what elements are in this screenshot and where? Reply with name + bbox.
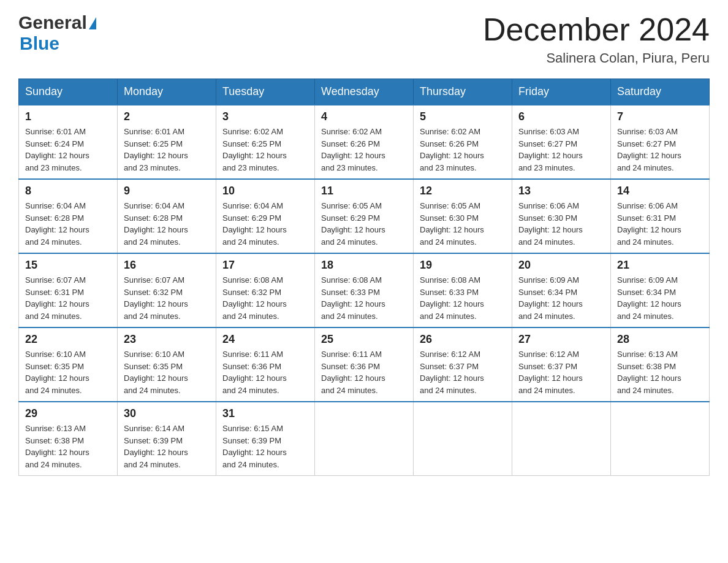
day-of-week-header: Monday bbox=[118, 79, 216, 105]
calendar-day-cell: 18 Sunrise: 6:08 AM Sunset: 6:33 PM Dayl… bbox=[315, 253, 414, 327]
day-number: 13 bbox=[518, 185, 604, 197]
day-of-week-header: Thursday bbox=[414, 79, 512, 105]
calendar-week-row: 22 Sunrise: 6:10 AM Sunset: 6:35 PM Dayl… bbox=[19, 327, 710, 402]
day-info: Sunrise: 6:04 AM Sunset: 6:28 PM Dayligh… bbox=[25, 200, 111, 248]
day-number: 10 bbox=[222, 185, 308, 197]
day-info: Sunrise: 6:01 AM Sunset: 6:24 PM Dayligh… bbox=[25, 126, 111, 174]
day-number: 14 bbox=[617, 185, 703, 197]
calendar-day-cell: 8 Sunrise: 6:04 AM Sunset: 6:28 PM Dayli… bbox=[19, 179, 118, 253]
calendar-day-cell: 19 Sunrise: 6:08 AM Sunset: 6:33 PM Dayl… bbox=[414, 253, 512, 327]
day-number: 27 bbox=[518, 333, 604, 346]
day-number: 1 bbox=[25, 110, 111, 123]
day-info: Sunrise: 6:08 AM Sunset: 6:33 PM Dayligh… bbox=[420, 274, 506, 322]
calendar-day-cell: 16 Sunrise: 6:07 AM Sunset: 6:32 PM Dayl… bbox=[118, 253, 216, 327]
calendar-day-cell: 12 Sunrise: 6:05 AM Sunset: 6:30 PM Dayl… bbox=[414, 179, 512, 253]
day-number: 3 bbox=[222, 110, 308, 123]
calendar-day-cell bbox=[315, 402, 414, 476]
calendar-day-cell: 11 Sunrise: 6:05 AM Sunset: 6:29 PM Dayl… bbox=[315, 179, 414, 253]
day-info: Sunrise: 6:09 AM Sunset: 6:34 PM Dayligh… bbox=[617, 274, 703, 322]
day-number: 21 bbox=[617, 259, 703, 272]
calendar-day-cell: 2 Sunrise: 6:01 AM Sunset: 6:25 PM Dayli… bbox=[118, 105, 216, 179]
day-number: 23 bbox=[124, 333, 210, 346]
day-info: Sunrise: 6:05 AM Sunset: 6:30 PM Dayligh… bbox=[420, 200, 506, 248]
day-info: Sunrise: 6:14 AM Sunset: 6:39 PM Dayligh… bbox=[124, 423, 210, 470]
day-number: 18 bbox=[321, 259, 407, 272]
logo-blue-text: Blue bbox=[20, 33, 59, 54]
day-number: 11 bbox=[321, 185, 407, 197]
logo-general-text: General bbox=[18, 12, 87, 33]
day-number: 25 bbox=[321, 333, 407, 346]
calendar-day-cell: 15 Sunrise: 6:07 AM Sunset: 6:31 PM Dayl… bbox=[19, 253, 118, 327]
day-number: 2 bbox=[124, 110, 210, 123]
day-info: Sunrise: 6:08 AM Sunset: 6:33 PM Dayligh… bbox=[321, 274, 407, 322]
day-number: 4 bbox=[321, 110, 407, 123]
day-info: Sunrise: 6:02 AM Sunset: 6:26 PM Dayligh… bbox=[420, 126, 506, 174]
calendar-header-row: SundayMondayTuesdayWednesdayThursdayFrid… bbox=[19, 79, 710, 105]
day-number: 24 bbox=[222, 333, 308, 346]
calendar-day-cell: 14 Sunrise: 6:06 AM Sunset: 6:31 PM Dayl… bbox=[611, 179, 710, 253]
calendar-table: SundayMondayTuesdayWednesdayThursdayFrid… bbox=[18, 79, 710, 476]
calendar-day-cell: 6 Sunrise: 6:03 AM Sunset: 6:27 PM Dayli… bbox=[512, 105, 611, 179]
calendar-week-row: 15 Sunrise: 6:07 AM Sunset: 6:31 PM Dayl… bbox=[19, 253, 710, 327]
day-number: 28 bbox=[617, 333, 703, 346]
calendar-day-cell: 7 Sunrise: 6:03 AM Sunset: 6:27 PM Dayli… bbox=[611, 105, 710, 179]
calendar-day-cell: 5 Sunrise: 6:02 AM Sunset: 6:26 PM Dayli… bbox=[414, 105, 512, 179]
day-number: 8 bbox=[25, 185, 111, 197]
calendar-day-cell: 17 Sunrise: 6:08 AM Sunset: 6:32 PM Dayl… bbox=[216, 253, 315, 327]
calendar-week-row: 1 Sunrise: 6:01 AM Sunset: 6:24 PM Dayli… bbox=[19, 105, 710, 179]
day-info: Sunrise: 6:13 AM Sunset: 6:38 PM Dayligh… bbox=[25, 423, 111, 470]
calendar-day-cell: 22 Sunrise: 6:10 AM Sunset: 6:35 PM Dayl… bbox=[19, 327, 118, 402]
day-number: 5 bbox=[420, 110, 506, 123]
day-of-week-header: Tuesday bbox=[216, 79, 315, 105]
day-number: 31 bbox=[222, 407, 308, 420]
day-info: Sunrise: 6:06 AM Sunset: 6:31 PM Dayligh… bbox=[617, 200, 703, 248]
day-info: Sunrise: 6:03 AM Sunset: 6:27 PM Dayligh… bbox=[518, 126, 604, 174]
day-number: 12 bbox=[420, 185, 506, 197]
day-info: Sunrise: 6:10 AM Sunset: 6:35 PM Dayligh… bbox=[25, 348, 111, 396]
calendar-day-cell bbox=[611, 402, 710, 476]
calendar-day-cell: 21 Sunrise: 6:09 AM Sunset: 6:34 PM Dayl… bbox=[611, 253, 710, 327]
day-of-week-header: Wednesday bbox=[315, 79, 414, 105]
calendar-day-cell: 26 Sunrise: 6:12 AM Sunset: 6:37 PM Dayl… bbox=[414, 327, 512, 402]
day-info: Sunrise: 6:03 AM Sunset: 6:27 PM Dayligh… bbox=[617, 126, 703, 174]
day-info: Sunrise: 6:01 AM Sunset: 6:25 PM Dayligh… bbox=[124, 126, 210, 174]
day-info: Sunrise: 6:07 AM Sunset: 6:32 PM Dayligh… bbox=[124, 274, 210, 322]
day-of-week-header: Friday bbox=[512, 79, 611, 105]
day-info: Sunrise: 6:02 AM Sunset: 6:26 PM Dayligh… bbox=[321, 126, 407, 174]
calendar-day-cell: 9 Sunrise: 6:04 AM Sunset: 6:28 PM Dayli… bbox=[118, 179, 216, 253]
day-info: Sunrise: 6:02 AM Sunset: 6:25 PM Dayligh… bbox=[222, 126, 308, 174]
logo: General Blue bbox=[18, 12, 96, 54]
day-info: Sunrise: 6:08 AM Sunset: 6:32 PM Dayligh… bbox=[222, 274, 308, 322]
day-info: Sunrise: 6:10 AM Sunset: 6:35 PM Dayligh… bbox=[124, 348, 210, 396]
day-info: Sunrise: 6:05 AM Sunset: 6:29 PM Dayligh… bbox=[321, 200, 407, 248]
day-info: Sunrise: 6:11 AM Sunset: 6:36 PM Dayligh… bbox=[222, 348, 308, 396]
calendar-day-cell: 13 Sunrise: 6:06 AM Sunset: 6:30 PM Dayl… bbox=[512, 179, 611, 253]
calendar-day-cell: 24 Sunrise: 6:11 AM Sunset: 6:36 PM Dayl… bbox=[216, 327, 315, 402]
day-number: 9 bbox=[124, 185, 210, 197]
calendar-day-cell: 3 Sunrise: 6:02 AM Sunset: 6:25 PM Dayli… bbox=[216, 105, 315, 179]
day-number: 26 bbox=[420, 333, 506, 346]
day-info: Sunrise: 6:04 AM Sunset: 6:28 PM Dayligh… bbox=[124, 200, 210, 248]
day-of-week-header: Saturday bbox=[611, 79, 710, 105]
page-header: General Blue December 2024 Salinera Cola… bbox=[18, 12, 710, 66]
day-of-week-header: Sunday bbox=[19, 79, 118, 105]
day-number: 17 bbox=[222, 259, 308, 272]
calendar-day-cell: 20 Sunrise: 6:09 AM Sunset: 6:34 PM Dayl… bbox=[512, 253, 611, 327]
calendar-week-row: 29 Sunrise: 6:13 AM Sunset: 6:38 PM Dayl… bbox=[19, 402, 710, 476]
day-number: 29 bbox=[25, 407, 111, 420]
logo-triangle-icon bbox=[89, 17, 96, 29]
day-number: 16 bbox=[124, 259, 210, 272]
day-info: Sunrise: 6:13 AM Sunset: 6:38 PM Dayligh… bbox=[617, 348, 703, 396]
day-info: Sunrise: 6:12 AM Sunset: 6:37 PM Dayligh… bbox=[420, 348, 506, 396]
day-number: 19 bbox=[420, 259, 506, 272]
calendar-day-cell: 27 Sunrise: 6:12 AM Sunset: 6:37 PM Dayl… bbox=[512, 327, 611, 402]
day-number: 7 bbox=[617, 110, 703, 123]
day-number: 15 bbox=[25, 259, 111, 272]
month-title: December 2024 bbox=[483, 12, 710, 47]
calendar-day-cell: 29 Sunrise: 6:13 AM Sunset: 6:38 PM Dayl… bbox=[19, 402, 118, 476]
calendar-day-cell: 30 Sunrise: 6:14 AM Sunset: 6:39 PM Dayl… bbox=[118, 402, 216, 476]
calendar-day-cell: 1 Sunrise: 6:01 AM Sunset: 6:24 PM Dayli… bbox=[19, 105, 118, 179]
calendar-day-cell: 25 Sunrise: 6:11 AM Sunset: 6:36 PM Dayl… bbox=[315, 327, 414, 402]
title-section: December 2024 Salinera Colan, Piura, Per… bbox=[483, 12, 710, 66]
day-info: Sunrise: 6:12 AM Sunset: 6:37 PM Dayligh… bbox=[518, 348, 604, 396]
